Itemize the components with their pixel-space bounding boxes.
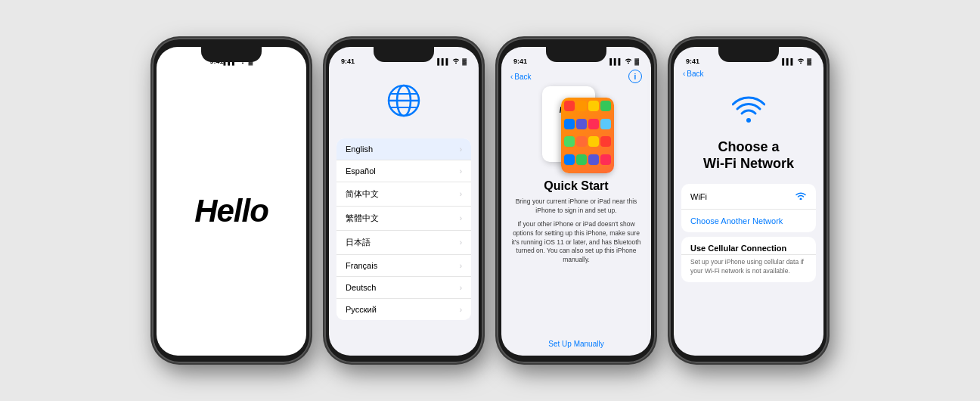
chevron-japanese-icon: › (460, 238, 462, 247)
quickstart-body1: Bring your current iPhone or iPad near t… (509, 197, 644, 216)
signal-icon-2: ▌▌▌ (437, 58, 450, 65)
back-chevron-icon-4: ‹ (683, 70, 685, 78)
app-pink (588, 119, 599, 129)
lang-name-chinese-traditional: 繁體中文 (346, 213, 379, 224)
phone-hello-screen: 9:41 ▌▌▌ ▓ Hello (157, 47, 306, 356)
lang-name-english: English (346, 145, 373, 154)
app-lightblue (600, 119, 611, 129)
cellular-card: Use Cellular Connection Set up your iPho… (681, 237, 816, 282)
quickstart-content: Hello (501, 86, 651, 356)
phone-wifi: 9:41 ▌▌▌ ▓ ‹ Back (669, 38, 828, 363)
info-icon-3: i (634, 73, 637, 81)
choose-another-network-item[interactable]: Choose Another Network (681, 210, 816, 232)
hello-center: Hello (194, 67, 268, 356)
app-green2 (576, 154, 587, 165)
app-grid (561, 98, 614, 173)
back-button-4[interactable]: ‹ Back (683, 70, 704, 78)
status-icons-4: ▌▌▌ ▓ (782, 58, 811, 65)
choose-another-network-label: Choose Another Network (690, 216, 783, 225)
back-button-3[interactable]: ‹ Back (510, 73, 532, 81)
app-blue2 (564, 154, 575, 165)
back-label-4: Back (687, 70, 703, 78)
lang-item-russian[interactable]: Русский › (336, 299, 471, 320)
chevron-russian-icon: › (460, 306, 462, 314)
lang-item-espanol[interactable]: Español › (336, 160, 471, 182)
app-red2 (600, 136, 611, 147)
back-label-3: Back (514, 73, 531, 81)
lang-item-french[interactable]: Français › (336, 255, 471, 277)
app-purple2 (588, 154, 599, 165)
lang-item-english[interactable]: English › (336, 138, 471, 160)
cellular-title: Use Cellular Connection (681, 237, 816, 255)
chevron-chinese-traditional-icon: › (460, 214, 462, 222)
battery-icon-2: ▓ (462, 58, 467, 65)
lang-item-german[interactable]: Deutsch › (336, 277, 471, 299)
wifi-network-name: WiFi (690, 192, 707, 201)
quickstart-body2: If your other iPhone or iPad doesn't sho… (509, 220, 644, 265)
phones-container: 9:41 ▌▌▌ ▓ Hello 9:41 ▌▌▌ (129, 23, 851, 378)
phone-quickstart-screen: 9:41 ▌▌▌ ▓ ‹ Back i (501, 47, 651, 356)
notch-3 (546, 47, 606, 62)
wifi-network-item[interactable]: WiFi (681, 184, 816, 210)
phone-language-screen: 9:41 ▌▌▌ ▓ (329, 47, 479, 356)
notch-4 (718, 47, 779, 62)
app-red (564, 101, 575, 111)
lang-item-japanese[interactable]: 日本語 › (336, 231, 471, 255)
illus-front-phone (561, 98, 614, 173)
phone-wifi-screen: 9:41 ▌▌▌ ▓ ‹ Back (674, 47, 823, 356)
app-gold (588, 136, 599, 147)
signal-icon-3: ▌▌▌ (609, 58, 622, 65)
app-darkorange (576, 136, 587, 147)
lang-name-french: Français (346, 261, 377, 270)
phone-illustration: Hello (535, 86, 618, 173)
phone-language: 9:41 ▌▌▌ ▓ (324, 38, 483, 363)
status-icons-2: ▌▌▌ ▓ (437, 58, 467, 65)
nav-bar-4: ‹ Back (674, 67, 823, 81)
phone-quickstart: 9:41 ▌▌▌ ▓ ‹ Back i (497, 38, 656, 363)
lang-item-chinese-simplified[interactable]: 简体中文 › (336, 182, 471, 207)
status-time-2: 9:41 (341, 58, 355, 65)
wifi-large-icon (674, 81, 823, 139)
wifi-icon-status-4 (797, 58, 805, 65)
nav-bar-3: ‹ Back i (501, 67, 651, 86)
chevron-english-icon: › (460, 145, 462, 154)
lang-name-german: Deutsch (346, 283, 376, 292)
lang-name-chinese-simplified: 简体中文 (346, 188, 379, 200)
cellular-description: Set up your iPhone using cellular data i… (681, 255, 816, 282)
app-green (600, 101, 611, 111)
app-purple (576, 119, 587, 129)
chevron-german-icon: › (460, 284, 462, 292)
app-orange (576, 101, 587, 111)
lang-item-chinese-traditional[interactable]: 繁體中文 › (336, 207, 471, 231)
wifi-networks-card: WiFi Choose Another Network (681, 184, 816, 232)
wifi-icon-2 (452, 58, 460, 65)
chevron-chinese-simplified-icon: › (460, 190, 462, 198)
globe-icon (329, 67, 479, 138)
app-blue (564, 119, 575, 129)
svg-point-6 (800, 198, 802, 201)
hello-label: Hello (194, 193, 268, 229)
chevron-french-icon: › (460, 262, 462, 270)
info-button-3[interactable]: i (628, 70, 642, 83)
status-time-3: 9:41 (513, 58, 527, 65)
svg-point-5 (746, 118, 751, 123)
language-list: English › Español › 简体中文 › 繁體中文 › 日本語 (336, 138, 471, 320)
setup-manually-button[interactable]: Set Up Manually (548, 340, 603, 356)
app-yellow (588, 101, 599, 111)
battery-icon-4: ▓ (807, 58, 811, 65)
status-icons-3: ▌▌▌ ▓ (609, 58, 639, 65)
chevron-espanol-icon: › (460, 167, 462, 176)
wifi-title-text: Choose aWi-Fi Network (703, 139, 794, 171)
app-lightgreen (564, 136, 575, 147)
wifi-signal-icon (795, 191, 807, 202)
quickstart-title: Quick Start (544, 179, 608, 193)
notch-2 (374, 47, 434, 62)
back-chevron-icon-3: ‹ (510, 73, 513, 81)
phone-hello: 9:41 ▌▌▌ ▓ Hello (152, 38, 311, 363)
signal-icon-4: ▌▌▌ (782, 58, 795, 65)
app-pink2 (600, 154, 611, 165)
lang-name-espanol: Español (346, 166, 376, 176)
notch-1 (201, 47, 262, 62)
lang-name-russian: Русский (346, 305, 377, 314)
battery-icon-3: ▓ (634, 58, 639, 65)
